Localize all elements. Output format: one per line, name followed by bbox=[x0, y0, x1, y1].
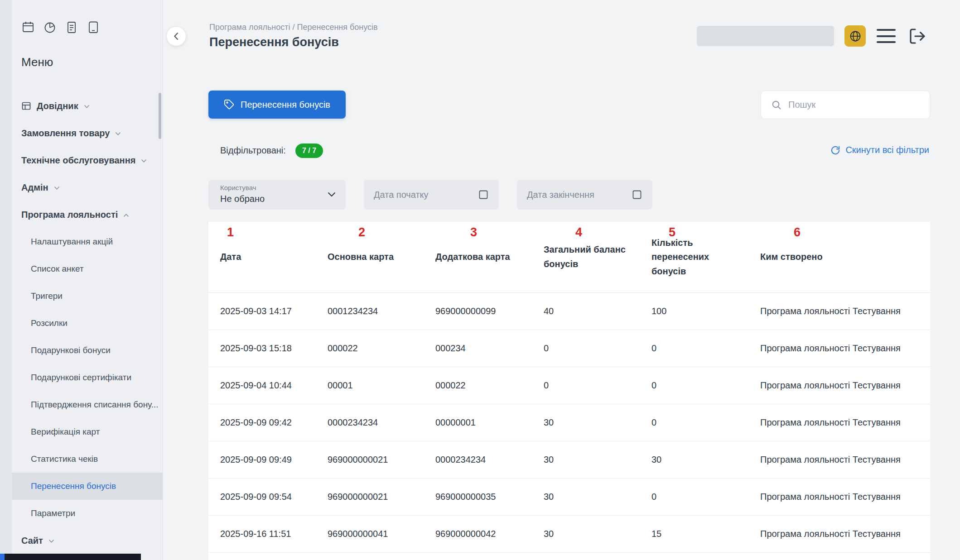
table-row[interactable]: 2025-09-03 15:1800002200023400Програма л… bbox=[208, 330, 930, 367]
calendar-icon[interactable] bbox=[21, 20, 35, 34]
table-row[interactable]: 2025-09-03 14:17000123423496900000009940… bbox=[208, 293, 930, 330]
breadcrumb[interactable]: Програма лояльності / Перенесення бонусі… bbox=[209, 23, 378, 32]
table-cell: 0 bbox=[544, 367, 651, 404]
chevron-down-icon bbox=[115, 132, 121, 136]
sidebar-item[interactable]: Верифікація карт bbox=[0, 418, 163, 445]
date-end-placeholder: Дата закінчення bbox=[527, 190, 594, 200]
table-row[interactable]: 2025-09-16 11:51969000000041969000000042… bbox=[208, 516, 930, 553]
sidebar-section-loyalty[interactable]: Програма лояльності bbox=[0, 201, 163, 228]
date-end-filter[interactable]: Дата закінчення bbox=[517, 180, 652, 210]
column-header-label: Загальний баланс бонусів bbox=[544, 243, 637, 271]
column-header-label: Додаткова карта bbox=[435, 250, 510, 264]
sidebar-item[interactable]: Параметри bbox=[0, 500, 163, 527]
bonus-transfer-table: 1Дата2Основна карта3Додаткова карта4Зага… bbox=[208, 222, 930, 560]
calendar-icon bbox=[478, 189, 489, 200]
column-header-label: Основна карта bbox=[328, 250, 394, 264]
table-cell: 0000234234 bbox=[435, 441, 544, 478]
chevron-down-icon bbox=[328, 192, 336, 197]
table-row[interactable]: 2025-09-09 09:42000023423400000001300Про… bbox=[208, 404, 930, 441]
table-cell: 00001 bbox=[328, 367, 435, 404]
sidebar-item[interactable]: Тригери bbox=[0, 282, 163, 310]
table-cell: 2025-09-09 09:42 bbox=[220, 404, 328, 441]
user-filter-dropdown[interactable]: Користувач Не обрано bbox=[208, 180, 346, 210]
sidebar-item[interactable]: Список анкет bbox=[0, 255, 163, 282]
menu-toggle-button[interactable] bbox=[877, 29, 896, 43]
sidebar-section-label: Програма лояльності bbox=[21, 210, 118, 220]
table-cell: 30 bbox=[544, 516, 651, 552]
sidebar-section-site[interactable]: Сайт bbox=[0, 527, 163, 554]
sidebar-item[interactable]: Підтвердження списання бону... bbox=[0, 391, 163, 418]
language-button[interactable] bbox=[844, 25, 866, 47]
transfer-bonuses-button[interactable]: Перенесення бонусів bbox=[208, 91, 346, 119]
table-cell: 969000000099 bbox=[435, 293, 544, 330]
table-cell: 100 bbox=[651, 293, 760, 330]
chevron-down-icon bbox=[54, 186, 60, 190]
document-icon[interactable] bbox=[64, 20, 79, 34]
filtered-count-badge: 7 / 7 bbox=[295, 144, 323, 158]
sidebar-item[interactable]: Подарункові бонуси bbox=[0, 337, 163, 364]
annotation-number: 5 bbox=[669, 225, 675, 239]
sidebar-item[interactable]: Розсилки bbox=[0, 310, 163, 337]
table-cell: 30 bbox=[651, 441, 760, 478]
reset-filters-label: Скинути всі фільтри bbox=[845, 145, 929, 155]
column-header: 3Додаткова карта bbox=[435, 222, 544, 292]
page-title: Перенесення бонусів bbox=[209, 35, 339, 49]
table-cell: 2025-09-03 15:18 bbox=[220, 330, 328, 367]
search-input[interactable] bbox=[788, 100, 920, 110]
sidebar-section-dovidnyk[interactable]: Довідник bbox=[0, 92, 163, 120]
table-row[interactable]: 2025-09-09 09:54969000000021969000000035… bbox=[208, 479, 930, 516]
chevron-left-icon bbox=[174, 32, 179, 41]
chevron-down-icon bbox=[48, 539, 54, 543]
sidebar-section-orders[interactable]: Замовлення товару bbox=[0, 120, 163, 147]
column-header-label: Кількість перенесених бонусів bbox=[651, 236, 724, 279]
hamburger-icon bbox=[877, 29, 896, 31]
refresh-icon bbox=[830, 145, 840, 155]
bottom-bar bbox=[0, 554, 141, 560]
annotation-number: 1 bbox=[227, 225, 234, 239]
table-cell: 00000001 bbox=[435, 404, 544, 441]
table-cell: Програма лояльності Тестування bbox=[760, 293, 918, 330]
table-cell: 000234 bbox=[435, 330, 544, 367]
table-cell: 0 bbox=[651, 404, 760, 441]
table-cell: 40 bbox=[544, 293, 651, 330]
sidebar-item[interactable]: Подарункові сертифікати bbox=[0, 364, 163, 391]
sidebar-section-label: Адмін bbox=[21, 182, 48, 193]
table-cell: 000022 bbox=[435, 367, 544, 404]
table-cell: Програма лояльності Тестування bbox=[760, 330, 918, 367]
logout-button[interactable] bbox=[907, 26, 927, 46]
table-cell: 969000000041 bbox=[328, 516, 435, 552]
search-box bbox=[761, 91, 930, 119]
sidebar-item[interactable]: Перенесення бонусів bbox=[0, 473, 163, 500]
tablet-icon[interactable] bbox=[86, 20, 101, 34]
sidebar-section-admin[interactable]: Адмін bbox=[0, 174, 163, 201]
sidebar-collapse-button[interactable] bbox=[166, 26, 186, 46]
table-cell: 0 bbox=[651, 367, 760, 404]
table-cell: 30 bbox=[544, 479, 651, 515]
filtered-label: Відфільтровані: bbox=[220, 145, 286, 156]
table-cell: Програма лояльності Тестування bbox=[760, 516, 918, 552]
sidebar-scrollbar[interactable] bbox=[159, 93, 161, 139]
transfer-bonuses-button-label: Перенесення бонусів bbox=[241, 100, 330, 110]
sidebar-section-maintenance[interactable]: Технічне обслуговування bbox=[0, 147, 163, 174]
table-header-row: 1Дата2Основна карта3Додаткова карта4Зага… bbox=[208, 222, 930, 293]
column-header: 5Кількість перенесених бонусів bbox=[651, 222, 760, 292]
date-start-placeholder: Дата початку bbox=[374, 190, 429, 200]
sidebar-section-label: Технічне обслуговування bbox=[21, 155, 135, 166]
table-cell: 0 bbox=[651, 330, 760, 367]
table-row[interactable]: 2025-09-04 10:440000100002200Програма ло… bbox=[208, 367, 930, 404]
logout-icon bbox=[908, 27, 926, 45]
sidebar-item[interactable]: Налаштування акцій bbox=[0, 228, 163, 255]
table-cell: Програма лояльності Тестування bbox=[760, 441, 918, 478]
app-window: Довідник Замовлення товару Технічне обсл… bbox=[0, 0, 960, 560]
tag-icon bbox=[224, 99, 235, 110]
column-header: 4Загальний баланс бонусів bbox=[544, 222, 651, 292]
table-body: 2025-09-03 14:17000123423496900000009940… bbox=[208, 293, 930, 553]
table-row[interactable]: 2025-09-09 09:49969000000021000023423430… bbox=[208, 441, 930, 479]
menu-title: Меню bbox=[21, 55, 53, 69]
annotation-number: 4 bbox=[575, 225, 582, 239]
pie-chart-icon[interactable] bbox=[43, 20, 57, 34]
date-start-filter[interactable]: Дата початку bbox=[364, 180, 499, 210]
search-icon bbox=[771, 100, 782, 110]
sidebar-item[interactable]: Статистика чеків bbox=[0, 445, 163, 473]
reset-filters-link[interactable]: Скинути всі фільтри bbox=[830, 145, 929, 155]
